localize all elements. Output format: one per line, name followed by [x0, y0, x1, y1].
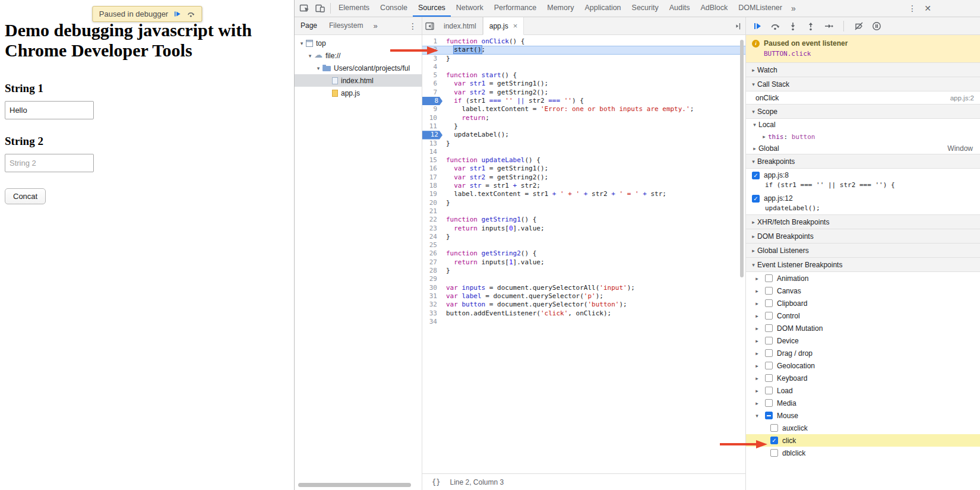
line-number[interactable]: 15	[422, 156, 442, 165]
tab-page[interactable]: Page	[295, 17, 323, 34]
line-number[interactable]: 33	[422, 309, 442, 318]
expander-icon[interactable]: ▾	[753, 413, 761, 419]
scope-local[interactable]: ▾ Local	[746, 119, 980, 131]
category-checkbox[interactable]	[765, 412, 773, 419]
line-number[interactable]: 17	[422, 173, 442, 182]
category-checkbox[interactable]	[765, 399, 773, 407]
code-line-2[interactable]: 2 start();	[422, 46, 745, 54]
line-number[interactable]: 6	[422, 80, 442, 88]
code-line-23[interactable]: 23 return inputs[0].value;	[422, 225, 745, 233]
line-number[interactable]: 19	[422, 190, 442, 198]
devtools-menu-icon[interactable]: ⋮	[905, 0, 920, 17]
line-number[interactable]: 23	[422, 225, 442, 233]
elb-category-geolocation[interactable]: ▸Geolocation	[746, 359, 980, 372]
elb-category-control[interactable]: ▸Control	[746, 309, 980, 322]
tab-application[interactable]: Application	[579, 0, 626, 17]
line-number[interactable]: 5	[422, 71, 442, 80]
category-checkbox[interactable]	[765, 324, 773, 332]
elb-category-dom-mutation[interactable]: ▸DOM Mutation	[746, 322, 980, 334]
tab-memory[interactable]: Memory	[542, 0, 579, 17]
code-line-15[interactable]: 15function updateLabel() {	[422, 156, 745, 165]
code-line-11[interactable]: 11 }	[422, 122, 745, 131]
line-number[interactable]: 34	[422, 318, 442, 326]
code-line-10[interactable]: 10 return;	[422, 114, 745, 122]
code-line-13[interactable]: 13}	[422, 140, 745, 148]
elb-category-media[interactable]: ▸Media	[746, 397, 980, 409]
code-line-29[interactable]: 29	[422, 275, 745, 283]
elb-category-load[interactable]: ▸Load	[746, 384, 980, 397]
tab-filesystem[interactable]: Filesystem	[323, 17, 369, 34]
tab-console[interactable]: Console	[375, 0, 413, 17]
code-line-17[interactable]: 17 var str2 = getString2();	[422, 173, 745, 182]
line-number[interactable]: 26	[422, 249, 442, 258]
expander-icon[interactable]: ▸	[753, 313, 761, 319]
expander-icon[interactable]: ▸	[753, 388, 761, 394]
code-editor[interactable]: 1function onClick() {2 start();3}45funct…	[422, 35, 745, 473]
code-line-7[interactable]: 7 var str2 = getString2();	[422, 88, 745, 97]
elb-category-clipboard[interactable]: ▸Clipboard	[746, 297, 980, 309]
tab-performance[interactable]: Performance	[489, 0, 542, 17]
line-number[interactable]: 4	[422, 63, 442, 71]
code-line-24[interactable]: 24}	[422, 233, 745, 241]
code-line-6[interactable]: 6 var str1 = getString1();	[422, 80, 745, 88]
expander-icon[interactable]: ▸	[753, 400, 761, 406]
banner-resume-icon[interactable]	[173, 10, 181, 18]
elb-category-canvas[interactable]: ▸Canvas	[746, 284, 980, 297]
line-number[interactable]: 14	[422, 148, 442, 156]
line-number[interactable]: 28	[422, 267, 442, 275]
tab-elements[interactable]: Elements	[333, 0, 375, 17]
code-line-3[interactable]: 3}	[422, 55, 745, 63]
code-line-20[interactable]: 20}	[422, 199, 745, 207]
tab-security[interactable]: Security	[627, 0, 664, 17]
line-number[interactable]: 11	[422, 122, 442, 131]
breakpoint-checkbox[interactable]	[752, 172, 760, 179]
code-line-34[interactable]: 34	[422, 318, 745, 326]
line-number[interactable]: 13	[422, 140, 442, 148]
section-call-stack[interactable]: ▾ Call Stack	[746, 77, 980, 91]
section-event-listener-breakpoints[interactable]: ▾ Event Listener Breakpoints	[746, 257, 980, 272]
expander-icon[interactable]: ▸	[753, 276, 761, 282]
section-watch[interactable]: ▸ Watch	[746, 62, 980, 77]
step-icon[interactable]	[823, 21, 834, 31]
more-navigator-tabs-icon[interactable]: »	[370, 21, 380, 30]
category-checkbox[interactable]	[765, 274, 773, 282]
line-number[interactable]: 24	[422, 233, 442, 241]
event-checkbox[interactable]	[770, 424, 778, 432]
expander-icon[interactable]: ▸	[753, 363, 761, 369]
code-line-30[interactable]: 30var inputs = document.querySelectorAll…	[422, 284, 745, 292]
line-number[interactable]: 20	[422, 199, 442, 207]
event-checkbox[interactable]	[770, 437, 778, 444]
event-checkbox[interactable]	[770, 449, 778, 457]
line-number[interactable]: 18	[422, 182, 442, 190]
tab-audits[interactable]: Audits	[664, 0, 696, 17]
inspect-icon[interactable]	[297, 0, 312, 17]
category-checkbox[interactable]	[765, 374, 773, 382]
toggle-debugger-pane-icon[interactable]	[730, 17, 745, 34]
line-number[interactable]: 22	[422, 216, 442, 224]
code-line-32[interactable]: 32var button = document.querySelector('b…	[422, 301, 745, 309]
category-checkbox[interactable]	[765, 287, 773, 295]
expander-icon[interactable]: ▸	[753, 325, 761, 331]
code-line-33[interactable]: 33button.addEventListener('click', onCli…	[422, 309, 745, 318]
pretty-print-button[interactable]: {}	[432, 478, 440, 486]
elb-category-device[interactable]: ▸Device	[746, 334, 980, 347]
expander-icon[interactable]: ▾	[298, 40, 305, 46]
deactivate-breakpoints-icon[interactable]	[853, 21, 864, 31]
banner-step-over-icon[interactable]	[186, 10, 195, 18]
expander-icon[interactable]: ▸	[753, 338, 761, 344]
resume-icon[interactable]	[752, 21, 763, 31]
expander-icon[interactable]: ▸	[753, 350, 761, 356]
navigator-menu-icon[interactable]: ⋮	[409, 21, 417, 31]
step-over-icon[interactable]	[770, 21, 780, 31]
expander-icon[interactable]: ▾	[306, 53, 314, 59]
call-stack-frame-onclick[interactable]: onClickapp.js:2	[746, 91, 980, 105]
section-breakpoints[interactable]: ▾ Breakpoints	[746, 154, 980, 169]
elb-event-dblclick[interactable]: dblclick	[746, 447, 980, 459]
code-line-28[interactable]: 28}	[422, 267, 745, 275]
line-number[interactable]: 21	[422, 207, 442, 216]
category-checkbox[interactable]	[765, 362, 773, 369]
code-line-1[interactable]: 1function onClick() {	[422, 37, 745, 46]
code-line-5[interactable]: 5function start() {	[422, 71, 745, 80]
section-xhr-breakpoints[interactable]: ▸ XHR/fetch Breakpoints	[746, 214, 980, 229]
tab-index-html[interactable]: index.html	[438, 17, 483, 34]
